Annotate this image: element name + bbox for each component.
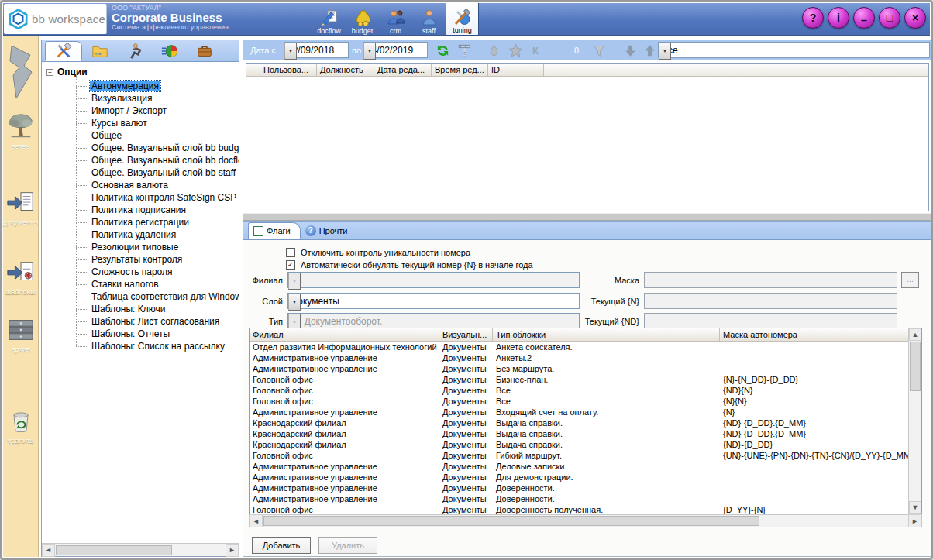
tree-item[interactable]: Курсы валют [42,117,239,129]
covers-table-row[interactable]: Административное управление Документы До… [250,483,908,493]
checkbox-row[interactable]: Автоматически обнулять текущий номер {N}… [286,259,533,270]
tree-root-options[interactable]: − Опции [46,66,88,78]
rail-item-documents[interactable]: документы [3,188,38,226]
tree-item[interactable]: Политика регистрации [42,216,239,228]
collapse-expander-icon[interactable]: − [46,69,53,76]
tree-item[interactable]: Политика подписания [42,204,239,216]
covers-table-row[interactable]: Административное управление Документы Дл… [250,472,908,483]
add-button[interactable]: Добавить [252,537,311,554]
history-column-header[interactable]: Пользова... [260,64,317,77]
tree-item[interactable]: Таблица соответствия для Windows-авто [42,290,239,303]
history-column-header[interactable]: ID [488,64,544,77]
history-column-header[interactable] [246,64,260,77]
flame-button[interactable] [485,43,502,59]
tree-item[interactable]: Визуализация [42,92,239,105]
checkbox[interactable] [286,260,295,270]
module-staff[interactable]: staff [412,3,446,36]
tree-item[interactable]: Ставки налогов [42,278,239,290]
tab-personnel[interactable] [117,41,152,61]
info-button[interactable]: i [828,7,849,29]
tab-tools[interactable] [45,41,82,61]
mask-browse-button[interactable]: ... [901,272,919,288]
tree-item[interactable]: Резолюции типовые [42,241,239,253]
column-header-mask[interactable]: Маска автономера [720,328,921,342]
covers-table-row[interactable]: Краснодарский филиал Документы Выдача сп… [250,417,908,428]
scroll-thumb[interactable] [263,516,759,526]
tree-item[interactable]: Общее [42,129,239,142]
help-button[interactable]: ? [802,7,824,29]
covers-table-row[interactable]: Административное управление Документы До… [250,493,908,504]
tree-item[interactable]: Шаблоны: Список на рассылку [42,340,239,352]
column-header-layer[interactable]: Визуальн... [439,328,493,342]
tree-item[interactable]: Политика удаления [42,228,239,241]
filial-select[interactable]: 33 ▼ [287,272,580,288]
close-button[interactable]: × [904,7,926,29]
refresh-button[interactable] [434,43,451,59]
module-crm[interactable]: crm [379,3,412,36]
tree-item[interactable]: Основная валюта [42,179,239,191]
ruler-button[interactable] [456,43,473,59]
covers-table-row[interactable]: Административное управление Документы Ан… [250,352,908,363]
scroll-thumb[interactable] [910,342,921,391]
covers-table-row[interactable]: Отдел развития Информационных технологий… [250,342,908,352]
current-nd-field[interactable] [644,313,897,329]
tab-other[interactable]: ? Прочти [301,222,357,239]
current-n-field[interactable] [644,293,897,309]
covers-table-row[interactable]: Головной офис Документы Все {N}{N} [250,396,908,407]
scroll-up-icon[interactable]: ▲ [909,328,921,341]
tree-item[interactable]: Шаблоны: Ключи [42,303,239,315]
column-header-filial[interactable]: Филиал [250,328,439,342]
panel-splitter[interactable] [243,213,932,221]
scope-select[interactable]: Все ▼ [658,42,930,58]
rail-item-branch[interactable]: ветвь [3,111,38,150]
tree-item[interactable]: Сложность пароля [42,266,239,278]
column-header-cover[interactable]: Тип обложки [493,328,720,342]
covers-table-row[interactable]: Административное управление Документы Бе… [250,363,908,374]
checkbox-row[interactable]: Отключить контроль уникальности номера [286,247,533,257]
covers-vertical-scrollbar[interactable]: ▲ ▼ [908,328,921,514]
rail-item-delete[interactable]: удалить [3,405,38,445]
tab-briefcase[interactable] [187,41,222,61]
tree-item[interactable]: Политика контроля SafeSign CSP [42,191,239,204]
scroll-thumb[interactable] [56,545,172,555]
scroll-right-icon[interactable]: ► [908,514,921,527]
k-button[interactable]: К [527,43,544,59]
maximize-button[interactable]: □ [879,7,900,29]
history-column-header[interactable]: Время ред... [432,64,488,77]
move-up-button[interactable] [641,43,658,59]
tab-folders[interactable] [82,41,117,61]
mask-field[interactable] [644,272,897,288]
tree-item[interactable]: Общее. Визуальный слой bb docflow [42,154,239,167]
covers-table-row[interactable]: Головной офис Документы Бизнес-план. {N}… [250,374,908,385]
tree-item[interactable]: Шаблоны: Лист согласования [42,315,239,328]
filter-button[interactable] [590,43,608,59]
chevron-down-icon[interactable]: ▼ [284,43,297,60]
delete-button[interactable]: Удалить [318,537,377,554]
history-column-header[interactable]: Должность [317,64,374,77]
star-button[interactable] [507,43,524,59]
tree-item[interactable]: Общее. Визуальный слой bb budget [42,142,239,154]
tab-flags[interactable]: Флаги [248,222,301,239]
tree-item[interactable]: Шаблоны: Отчеты [42,328,239,340]
tree-horizontal-scrollbar[interactable]: ◄ ► [42,543,239,556]
covers-table-row[interactable]: Головной офис Документы Гибкий маршрут. … [250,450,908,461]
module-budget[interactable]: budget [346,3,379,36]
scroll-right-icon[interactable]: ► [226,544,239,557]
covers-table-row[interactable]: Головной офис Документы Все {ND}{N} [250,385,908,396]
rail-item-archive[interactable]: архив [3,315,38,353]
covers-table-row[interactable]: Краснодарский филиал Документы Выдача сп… [250,439,908,450]
chevron-down-icon[interactable]: ▼ [363,43,376,60]
covers-table-row[interactable]: Головной офис Документы Доверенность пол… [250,504,908,514]
minimize-button[interactable]: – [853,7,875,29]
date-from-select[interactable]: 22/09/2018 ▼ [284,42,349,58]
tree-item[interactable]: Импорт / Экспорт [42,105,239,117]
module-tuning[interactable]: tuning [446,3,479,36]
move-down-button[interactable] [621,43,639,59]
tree-item[interactable]: Общее. Визуальный слой bb staff [42,167,239,179]
rail-item-templates[interactable]: шаблоны [3,258,38,296]
tree-item[interactable]: Результаты контроля [42,253,239,266]
covers-table-row[interactable]: Административное управление Документы Де… [250,461,908,472]
type-select[interactable]: 01 Документооборот. ▼ [287,313,580,329]
date-to-select[interactable]: 24/02/2019 ▼ [363,42,428,58]
covers-horizontal-scrollbar[interactable]: ◄ ► [249,514,922,527]
